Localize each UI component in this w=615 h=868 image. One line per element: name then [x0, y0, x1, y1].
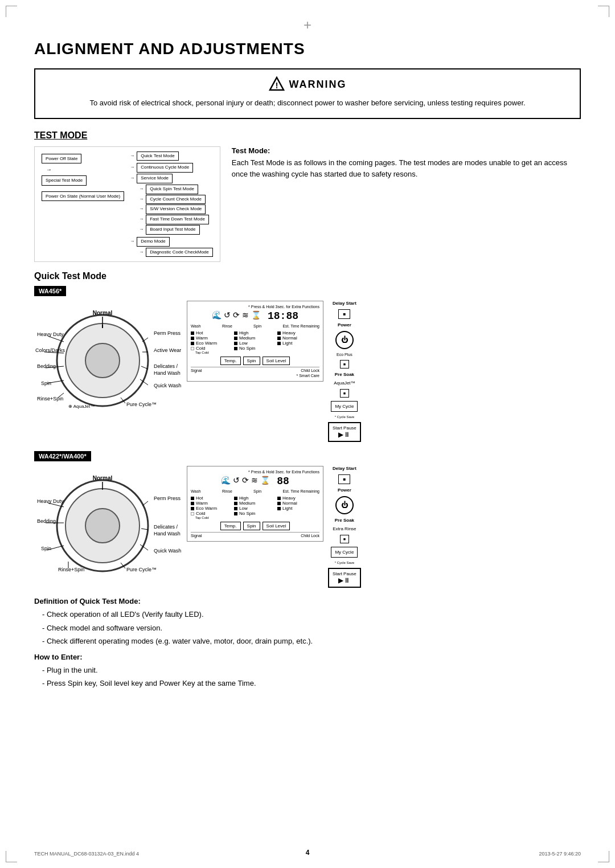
wa422-child-lock-label: Child Lock: [301, 534, 319, 538]
wa422-power-label: Power: [338, 488, 351, 493]
wa456-eco-plus-label: Eco Plus: [337, 353, 352, 357]
svg-line-45: [141, 529, 148, 530]
warning-box: ! WARNING To avoid risk of electrical sh…: [34, 68, 581, 119]
wa456-delay-btn[interactable]: ■: [338, 309, 350, 319]
wa422-panel-display: * Press & Hold 3sec. for Extra Functions…: [187, 466, 323, 542]
wa456-panel-display: * Press & Hold 3sec. for Extra Functions…: [187, 301, 323, 382]
svg-point-4: [85, 343, 120, 378]
diagram-diagnostic: Diagnostic Code CheckMode: [146, 248, 213, 257]
wa422-signal-row: Signal Child Lock: [191, 532, 319, 538]
wa456-cycle-save-label: * Cycle Save: [335, 415, 354, 419]
svg-text:Heavy Duty: Heavy Duty: [37, 498, 64, 504]
test-mode-description: Each Test Mode is as follows in the comi…: [232, 157, 581, 181]
wa422-extra-fn-label: * Press & Hold 3sec. for Extra Functions: [191, 470, 319, 474]
wa456-led-grid: Hot Warm Eco Warm Cold Tap Cold High Med…: [191, 330, 319, 354]
footer-left: TECH MANUAL_DC68-03132A-03_EN.indd 4: [34, 851, 139, 857]
wa422-delay-start-label: Delay Start: [333, 466, 356, 471]
wa456-icons-row: 🌊 ↺ ⟳ ≋ ⌛ 18:88: [191, 310, 319, 322]
diagram-service: Service Mode: [137, 174, 173, 183]
wa422-washer-row: Normal Perm Press Delicates / Hand Wash …: [34, 466, 581, 588]
diagram-cycle-count: Cycle Count Check Mode: [146, 195, 206, 204]
wa422-controls: Delay Start ■ Power ⏻ Pre Soak Extra Rin…: [328, 466, 361, 588]
wa456-power-btn[interactable]: ⏻: [335, 331, 354, 349]
diagram-sw-version: S/W Version Check Mode: [146, 204, 206, 214]
wa456-washer-row: Normal Perm Press Active Wear Delicates …: [34, 301, 581, 442]
wa422-spin-btn[interactable]: Spin: [243, 522, 260, 530]
svg-text:Normal: Normal: [93, 475, 113, 481]
how-to-enter-title: How to Enter:: [34, 653, 581, 661]
wa456-labels-row: Wash Rinse Spin Est. Time Remaining: [191, 324, 319, 328]
svg-text:Hand Wash: Hand Wash: [154, 370, 181, 376]
wa422-extra-rinse-btn[interactable]: ■: [340, 535, 349, 543]
wa456-temp-spin-soil: Temp. Spin Soil Level: [191, 357, 319, 365]
svg-text:Perm Press: Perm Press: [154, 496, 181, 501]
svg-text:Quick Wash: Quick Wash: [154, 548, 181, 554]
wa456-signal-label: Signal: [191, 369, 202, 372]
test-mode-diagram: Power Off State → Special Test Mode Powe…: [34, 146, 220, 263]
wa422-dial-area: Normal Perm Press Delicates / Hand Wash …: [34, 466, 182, 582]
wa456-start-pause-btn[interactable]: Start Pause ▶⏸: [328, 422, 361, 442]
hte-item-1: Plug in the unit.: [42, 664, 581, 677]
wa456-child-lock-label: Child Lock: [301, 369, 319, 372]
svg-text:Delicates /: Delicates /: [154, 524, 178, 530]
wa422-led-grid: Hot Warm Eco Warm Cold Tap Cold High Med…: [191, 496, 319, 519]
svg-text:Heavy Duty: Heavy Duty: [37, 331, 64, 337]
wa422-extra-rinse-label: Extra Rinse: [333, 526, 356, 531]
warning-header: ! WARNING: [47, 76, 568, 93]
wa456-aquajet-btn[interactable]: ■: [340, 389, 349, 398]
svg-text:Quick Wash: Quick Wash: [154, 383, 181, 388]
footer-right: 2013-5-27 9:46:20: [539, 851, 581, 857]
wa422-badge: WA422*/WA400*: [34, 451, 91, 461]
svg-text:Rinse+Spin: Rinse+Spin: [58, 567, 84, 572]
diagram-power-on: Power On State (Normal User Mode): [42, 191, 124, 202]
test-mode-section-title: TEST MODE: [34, 130, 581, 141]
wa456-temp-btn[interactable]: Temp.: [220, 357, 241, 365]
wa456-soil-btn[interactable]: Soil Level: [263, 357, 290, 365]
svg-text:Active Wear: Active Wear: [154, 347, 181, 353]
wa422-my-cycle-btn[interactable]: My Cycle: [331, 547, 358, 558]
wa456-signal-row: Signal Child Lock: [191, 367, 319, 372]
wa456-time-display: 18:88: [268, 310, 298, 322]
warning-triangle-icon: !: [269, 76, 285, 93]
page-title: ALIGNMENT AND ADJUSTMENTS: [34, 40, 581, 58]
wa422-dial-svg: Normal Perm Press Delicates / Hand Wash …: [34, 466, 182, 580]
def-item-3: Check different operating modes (e.g. wa…: [42, 634, 581, 648]
wa456-my-cycle-btn[interactable]: My Cycle: [331, 401, 358, 412]
diagram-quick-test: Quick Test Mode: [137, 152, 178, 161]
wa456-power-label: Power: [338, 322, 351, 327]
wa422-start-pause-btn[interactable]: Start Pause ▶⏸: [328, 568, 361, 588]
wa422-delay-btn[interactable]: ■: [338, 474, 350, 484]
wa456-badge: WA456*: [34, 286, 66, 296]
wa456-controls: Delay Start ■ Power ⏻ Eco Plus ■ Pre Soa…: [328, 301, 361, 442]
svg-text:Bedding: Bedding: [37, 363, 56, 369]
diagram-demo: Demo Mode: [137, 237, 170, 247]
svg-text:Delicates /: Delicates /: [154, 363, 178, 369]
warning-text: To avoid risk of electrical shock, perso…: [47, 97, 568, 109]
wa422-signal-label: Signal: [191, 534, 202, 538]
hte-item-2: Press Spin key, Soil level key and Power…: [42, 677, 581, 690]
wa422-labels-row: Wash Rinse Spin Est. Time Remaining: [191, 489, 319, 493]
test-mode-text: Test Mode: Each Test Mode is as follows …: [232, 146, 581, 181]
wa422-power-btn[interactable]: ⏻: [335, 496, 354, 514]
svg-point-32: [85, 509, 120, 543]
wa456-eco-plus-btn[interactable]: ■: [340, 360, 349, 369]
wa422-soil-btn[interactable]: Soil Level: [263, 522, 290, 530]
def-item-1: Check operation of all LED's (Verify fau…: [42, 608, 581, 621]
diagram-special-test: Special Test Mode: [42, 175, 87, 186]
test-mode-desc-title: Test Mode:: [232, 146, 581, 155]
wa456-presoak-label: Pre Soak: [335, 372, 354, 377]
wa456-spin-btn[interactable]: Spin: [243, 357, 260, 365]
definition-items: Check operation of all LED's (Verify fau…: [34, 608, 581, 648]
svg-text:Spin: Spin: [41, 546, 51, 551]
warning-title: WARNING: [289, 79, 347, 91]
wa456-delay-start-label: Delay Start: [333, 301, 356, 306]
wa422-cycle-save-label: * Cycle Save: [335, 561, 354, 564]
wa456-dial-svg: Normal Perm Press Active Wear Delicates …: [34, 301, 182, 415]
wa422-temp-btn[interactable]: Temp.: [220, 522, 241, 530]
page-footer: TECH MANUAL_DC68-03132A-03_EN.indd 4 201…: [34, 851, 581, 857]
svg-text:⊕ AquaJet™: ⊕ AquaJet™: [68, 404, 95, 409]
diagram-board-input: Board Input Test Mode: [146, 225, 199, 235]
def-item-2: Check model and software version.: [42, 621, 581, 635]
quick-test-mode-title: Quick Test Mode: [34, 271, 581, 281]
svg-text:!: !: [275, 81, 278, 90]
